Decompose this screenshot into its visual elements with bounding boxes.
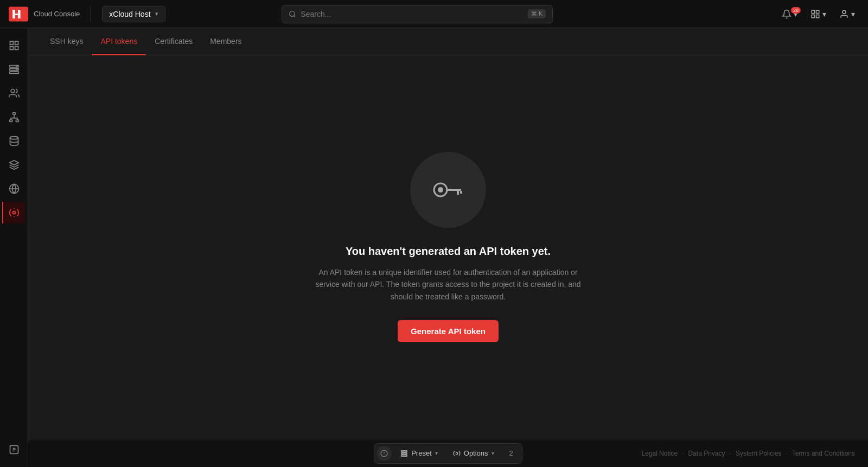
users-icon [9,88,20,99]
preset-label: Preset [411,449,432,457]
user-chevron: ▾ [851,10,855,18]
sidebar-item-volumes[interactable] [3,130,25,152]
svg-point-15 [16,69,17,70]
topbar: Cloud Console xCloud Host ▾ ⌘ K 28 ▾ ▾ [0,0,868,28]
svg-point-1 [290,11,295,16]
bell-icon [782,9,792,19]
svg-rect-19 [16,120,18,121]
sidebar-item-security[interactable] [2,202,25,223]
svg-point-14 [16,66,17,67]
apps-chevron: ▾ [822,10,826,18]
svg-rect-9 [10,47,13,50]
svg-rect-7 [10,42,13,45]
svg-rect-30 [401,450,407,451]
sidebar-item-firewalls[interactable] [3,154,25,176]
empty-state-description: An API token is a unique identifier used… [307,266,589,303]
topbar-actions: 28 ▾ ▾ ▾ [777,6,859,22]
bottom-bar: Preset ▾ Options ▾ 2 Legal Notice · Data… [28,439,868,467]
notifications-button[interactable]: 28 ▾ [777,6,802,22]
firewall-icon [9,159,20,170]
svg-point-33 [456,452,458,455]
svg-rect-2 [812,10,814,13]
app-subtitle: Cloud Console [34,10,80,18]
footer-sep-1: · [682,450,684,457]
topbar-separator [91,7,91,22]
svg-point-6 [843,10,846,14]
svg-rect-5 [816,15,819,17]
footer-sep-2: · [730,450,731,457]
svg-rect-27 [457,191,459,195]
user-icon [839,9,849,19]
svg-rect-17 [12,113,15,114]
network-icon [9,112,20,123]
tab-certificates[interactable]: Certificates [146,28,201,55]
project-selector[interactable]: xCloud Host ▾ [102,6,165,22]
notification-count: 28 [791,7,801,14]
preset-chevron-icon: ▾ [435,450,438,456]
bottom-circle-button[interactable] [376,446,392,461]
svg-rect-26 [446,189,461,191]
svg-rect-8 [15,42,18,45]
key-icon [432,179,464,201]
svg-rect-10 [15,47,18,50]
options-chevron-icon: ▾ [492,450,494,456]
preset-button[interactable]: Preset ▾ [394,446,444,460]
svg-point-20 [10,137,18,139]
bottom-controls: Preset ▾ Options ▾ 2 [374,443,522,464]
tabs: SSH keys API tokens Certificates Members [28,28,868,55]
empty-state-title: You haven't generated an API token yet. [346,245,551,258]
logo: Cloud Console [9,7,80,22]
sidebar-item-dashboard[interactable] [3,35,25,56]
search-icon [289,10,296,18]
sidebar-item-servers[interactable] [3,59,25,80]
options-button[interactable]: Options ▾ [446,446,501,460]
sidebar-item-load-balancers[interactable] [3,82,25,104]
search-bar[interactable]: ⌘ K [282,5,553,23]
apps-icon [810,9,820,19]
svg-rect-13 [9,72,18,73]
footer-link-system[interactable]: System Policies [736,450,782,457]
search-input[interactable] [301,10,524,18]
svg-point-16 [11,89,15,93]
options-label: Options [464,449,488,457]
svg-rect-4 [812,15,814,17]
bottom-count: 2 [503,446,520,460]
sidebar-item-networks[interactable] [3,106,25,128]
preset-icon [400,450,408,457]
svg-point-25 [438,187,443,193]
options-icon [453,450,461,457]
svg-rect-31 [401,452,407,453]
sidebar [0,28,28,467]
tab-ssh-keys[interactable]: SSH keys [41,28,92,55]
server-icon [9,64,20,75]
tab-members[interactable]: Members [201,28,250,55]
project-chevron-icon: ▾ [155,10,158,17]
user-button[interactable]: ▾ [835,6,859,22]
search-shortcut: ⌘ K [528,9,546,18]
grid-icon [9,40,20,51]
generate-api-token-button[interactable]: Generate API token [398,320,499,342]
sidebar-item-floating-ips[interactable] [3,178,25,200]
footer-link-terms[interactable]: Terms and Conditions [792,450,855,457]
apps-button[interactable]: ▾ [806,6,831,22]
hetzner-logo [9,7,28,22]
key-icon-circle [410,152,486,228]
main-content: You haven't generated an API token yet. … [28,55,868,439]
footer-links: Legal Notice · Data Privacy · System Pol… [641,450,855,457]
settings-icon [9,207,20,218]
main-layout: SSH keys API tokens Certificates Members… [0,28,868,467]
ip-icon [9,183,20,194]
svg-rect-32 [401,455,407,456]
sidebar-item-help[interactable] [3,439,25,460]
cylinder-icon [9,136,20,146]
tab-api-tokens[interactable]: API tokens [92,28,146,55]
circle-icon [380,450,388,457]
footer-sep-3: · [786,450,788,457]
svg-rect-3 [816,10,819,13]
footer-link-privacy[interactable]: Data Privacy [688,450,725,457]
help-icon [9,444,20,455]
project-name: xCloud Host [109,10,150,18]
svg-rect-28 [460,191,462,194]
svg-rect-18 [9,120,12,121]
footer-link-legal[interactable]: Legal Notice [641,450,678,457]
